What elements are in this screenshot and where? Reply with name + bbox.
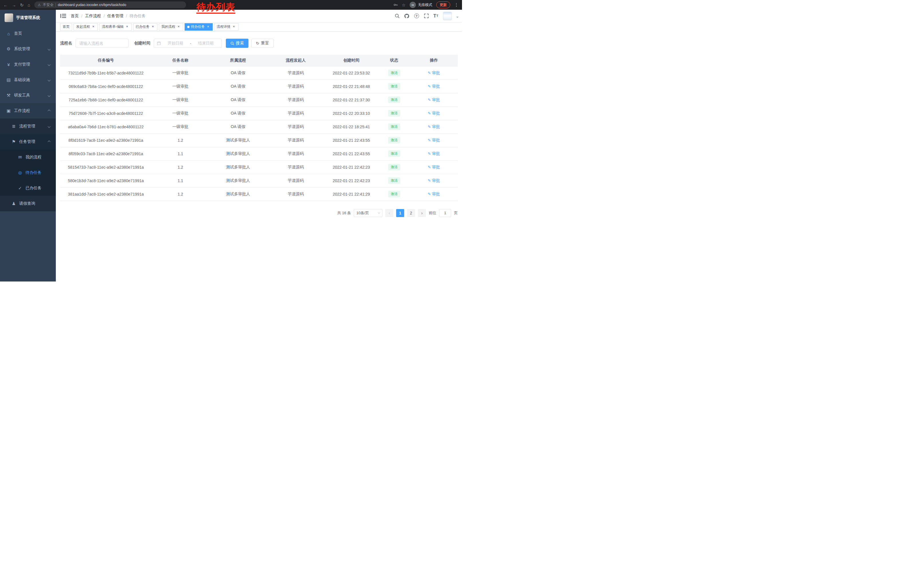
approve-link[interactable]: ✎审批 (428, 151, 440, 156)
back-icon[interactable]: ← (3, 3, 8, 7)
approve-link[interactable]: ✎审批 (428, 98, 440, 102)
sidebar-item-todo-tasks[interactable]: ◎待办任务 (0, 165, 56, 180)
tab-done-tasks[interactable]: 已办任务× (133, 23, 158, 31)
column-header: 操作 (410, 55, 458, 66)
close-icon[interactable]: × (206, 25, 210, 29)
close-icon[interactable]: × (232, 25, 236, 29)
approve-link[interactable]: ✎审批 (428, 71, 440, 76)
task-name-cell: 一级审批 (152, 120, 209, 134)
close-icon[interactable]: × (125, 25, 129, 29)
breadcrumb-item-task-management[interactable]: 任务管理 (107, 14, 123, 19)
sidebar-item-devtools[interactable]: ⚒研发工具 (0, 88, 56, 103)
breadcrumb-separator: / (126, 14, 127, 18)
app-logo[interactable]: 芋道管理系统 (0, 10, 56, 26)
goto-page-input[interactable] (439, 209, 451, 217)
page-button-2[interactable]: 2 (407, 209, 415, 217)
address-bar[interactable]: ⚠ 不安全 dashboard.yudao.iocoder.cn/bpm/tas… (34, 2, 186, 8)
avatar[interactable] (443, 12, 452, 20)
tab-home[interactable]: 首页 (60, 23, 72, 31)
action-cell: ✎审批 (410, 134, 458, 147)
edit-icon: ✎ (428, 165, 431, 169)
approve-link[interactable]: ✎审批 (428, 192, 440, 197)
close-icon[interactable]: × (151, 25, 155, 29)
sidebar-item-infrastructure[interactable]: ▤基础设施 (0, 72, 56, 88)
date-range-picker[interactable]: 开始日期 - 结束日期 (154, 39, 222, 48)
browser-home-icon[interactable]: ⌂ (28, 3, 30, 7)
starter-cell: 芋道源码 (267, 66, 324, 80)
hamburger-icon[interactable] (56, 14, 71, 18)
status-badge: 激活 (388, 177, 400, 184)
create-time-cell: 2022-01-22 20:33:10 (325, 107, 378, 120)
sidebar-item-system[interactable]: ⚙系统管理 (0, 41, 56, 57)
reset-button-label: 重置 (261, 41, 269, 46)
dashboard-icon: ⌂ (6, 31, 12, 36)
sidebar-item-task-mgmt[interactable]: ⚑任务管理 (0, 134, 56, 150)
incognito-indicator: ∞ 无痕模式 (410, 2, 432, 8)
task-name-cell: 1.2 (152, 134, 209, 147)
task-name-cell: 一级审批 (152, 93, 209, 107)
help-icon[interactable]: ? (414, 12, 419, 20)
close-icon[interactable]: × (91, 25, 95, 29)
reset-button[interactable]: ↻ 重置 (251, 39, 274, 48)
create-time-cell: 2022-01-21 22:43:55 (325, 134, 378, 147)
page-buttons: 12 (396, 209, 415, 217)
tab-my-process[interactable]: 我的流程× (159, 23, 183, 31)
reload-icon[interactable]: ↻ (20, 3, 24, 7)
sidebar-item-leave-query[interactable]: ♟请假查询 (0, 196, 56, 211)
sidebar-item-process-mgmt[interactable]: ≣流程管理 (0, 119, 56, 134)
breadcrumb-item-home[interactable]: 首页 (71, 14, 79, 19)
column-header: 任务编号 (60, 55, 152, 66)
tab-label: 发起流程 (76, 24, 90, 29)
create-time-cell: 2022-01-21 22:42:23 (325, 161, 378, 174)
approve-link[interactable]: ✎审批 (428, 84, 440, 89)
search-button[interactable]: 搜索 (226, 39, 249, 48)
page-button-1[interactable]: 1 (396, 209, 404, 217)
breadcrumb-separator: / (81, 14, 82, 18)
tab-todo-tasks[interactable]: 待办任务× (184, 23, 213, 31)
update-button[interactable]: 更新 (436, 2, 450, 8)
tab-process-detail[interactable]: 流程详情× (214, 23, 238, 31)
edit-icon: ✎ (428, 138, 431, 142)
task-id-cell: 8f0d1619-7ac8-11ec-a9e2-a2380e71991a (60, 134, 152, 147)
sidebar-item-payment[interactable]: ¥支付管理 (0, 57, 56, 72)
status-badge: 激活 (388, 96, 400, 103)
task-name-cell: 一级审批 (152, 80, 209, 93)
task-id-cell: 069c6a63-7b8a-11ec-8ef0-acde48001122 (60, 80, 152, 93)
user-icon: ♟ (11, 201, 16, 206)
next-page-button[interactable]: › (418, 209, 426, 217)
approve-link[interactable]: ✎审批 (428, 138, 440, 143)
bookmark-star-icon[interactable]: ☆ (402, 3, 406, 7)
task-name-cell: 一级审批 (152, 66, 209, 80)
fullscreen-icon[interactable] (424, 12, 429, 20)
tab-form-edit[interactable]: 流程表单-编辑× (99, 23, 132, 31)
create-time-cell: 2022-01-21 22:42:23 (325, 174, 378, 187)
search-icon[interactable] (394, 12, 400, 20)
approve-link[interactable]: ✎审批 (428, 124, 440, 129)
approve-link[interactable]: ✎审批 (428, 178, 440, 183)
task-id-cell: a6aba0a4-7b6d-11ec-b781-acde48001122 (60, 120, 152, 134)
sidebar-item-my-process[interactable]: ✉我的流程 (0, 150, 56, 165)
approve-link[interactable]: ✎审批 (428, 165, 440, 170)
prev-page-button[interactable]: ‹ (385, 209, 393, 217)
password-key-icon[interactable] (393, 3, 398, 7)
edit-icon: ✎ (428, 125, 431, 129)
process-name-input[interactable] (76, 39, 129, 48)
font-size-icon[interactable]: TT (434, 12, 438, 20)
table-row: 75d72608-7b7f-11ec-a3c8-acde48001122一级审批… (60, 107, 458, 120)
approve-link[interactable]: ✎审批 (428, 111, 440, 116)
breadcrumb-item-workflow[interactable]: 工作流程 (85, 14, 101, 19)
close-icon[interactable]: × (177, 25, 181, 29)
menu-dots-icon[interactable]: ⋮ (454, 2, 459, 8)
avatar-caret-icon[interactable] (456, 17, 459, 18)
tab-start-process[interactable]: 发起流程× (74, 23, 98, 31)
sidebar-item-home[interactable]: ⌂首页 (0, 26, 56, 41)
page-size-select[interactable]: 10条/页 (354, 209, 382, 217)
process-name-cell: 测试多审批人 (209, 187, 267, 201)
github-icon[interactable] (404, 12, 410, 20)
sidebar-item-done-tasks[interactable]: ✓已办任务 (0, 180, 56, 196)
sidebar-item-workflow[interactable]: ▣工作流程 (0, 103, 56, 119)
security-label: 不安全 (43, 3, 54, 8)
forward-icon[interactable]: → (12, 3, 16, 7)
navbar: 首页/工作流程/任务管理/待办任务 ? TT (56, 10, 462, 22)
question-mark-icon: ? (414, 14, 419, 18)
